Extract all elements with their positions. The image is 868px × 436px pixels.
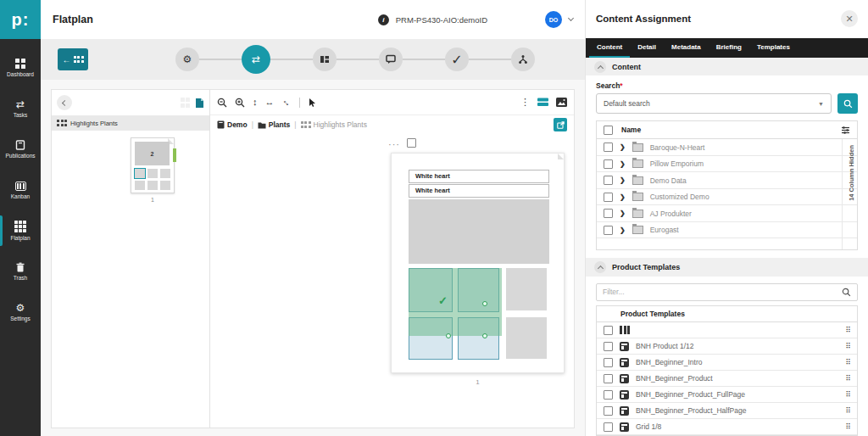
back-to-overview-button[interactable]: ← bbox=[58, 48, 88, 70]
content-row-pillow-emporium[interactable]: ❯ Pillow Emporium bbox=[597, 156, 857, 173]
tab-content[interactable]: Content bbox=[589, 38, 630, 58]
breadcrumb-folder[interactable]: Plants bbox=[258, 120, 291, 129]
row-checkbox[interactable] bbox=[604, 390, 613, 400]
expand-icon[interactable]: ❯ bbox=[620, 226, 626, 234]
row-checkbox[interactable] bbox=[604, 422, 613, 432]
image-slot[interactable] bbox=[506, 317, 547, 359]
row-checkbox[interactable] bbox=[604, 342, 613, 351]
avatar[interactable]: DO bbox=[545, 11, 562, 28]
content-row-aj-produkter[interactable]: ❯ AJ Produkter bbox=[597, 205, 857, 222]
hero-image-slot[interactable] bbox=[409, 199, 549, 264]
content-row-demo-data[interactable]: ❯ Demo Data bbox=[597, 172, 857, 189]
content-section-header[interactable]: Content bbox=[586, 58, 868, 75]
more-options-icon[interactable]: ⋮ bbox=[520, 98, 530, 107]
drag-handle[interactable]: ⠿ bbox=[845, 374, 850, 383]
sidebar-item-kanban[interactable]: Kanban bbox=[0, 170, 41, 210]
tab-detail[interactable]: Detail bbox=[630, 38, 664, 58]
sidebar-item-tasks[interactable]: ⇄ Tasks bbox=[0, 88, 41, 129]
zoom-out-icon[interactable] bbox=[217, 98, 227, 108]
row-checkbox[interactable] bbox=[604, 406, 613, 416]
template-filter-input[interactable] bbox=[603, 288, 842, 296]
layers-view-icon[interactable] bbox=[537, 98, 548, 107]
sidebar-item-trash[interactable]: Trash bbox=[0, 251, 41, 292]
fit-height-icon[interactable]: ↕ bbox=[253, 98, 258, 107]
resize-handle[interactable] bbox=[446, 333, 451, 338]
template-row-bnh-beginner-intro[interactable]: BNH_Beginner_Intro ⠿ bbox=[597, 355, 857, 371]
cursor-tool-icon[interactable] bbox=[308, 98, 317, 108]
row-checkbox[interactable] bbox=[604, 159, 613, 169]
sidebar-item-flatplan[interactable]: Flatplan bbox=[0, 210, 41, 251]
drag-handle[interactable]: ⠿ bbox=[845, 358, 850, 366]
content-row-eurogast[interactable]: ❯ Eurogast bbox=[597, 222, 857, 239]
grid-view-icon[interactable] bbox=[181, 98, 191, 108]
step-content-assignment[interactable]: ⇄ bbox=[242, 45, 270, 74]
row-checkbox[interactable] bbox=[604, 326, 613, 335]
step-settings[interactable]: ⚙ bbox=[175, 48, 199, 71]
tab-templates[interactable]: Templates bbox=[749, 38, 798, 58]
breadcrumb-page[interactable]: Highlights Plants bbox=[301, 120, 367, 129]
row-checkbox[interactable] bbox=[604, 209, 613, 218]
page-select-checkbox[interactable] bbox=[407, 138, 416, 148]
expand-icon[interactable]: ❯ bbox=[620, 193, 626, 201]
template-filter-field[interactable] bbox=[596, 283, 858, 301]
thumbnail-list-item[interactable]: Highlights Plants bbox=[52, 115, 209, 131]
expand-icon[interactable]: ❯ bbox=[620, 160, 626, 168]
row-checkbox[interactable] bbox=[604, 374, 613, 383]
template-row-bnh-beginner-product-fullpage[interactable]: BNH_Beginner_Product_FullPage ⠿ bbox=[597, 387, 857, 403]
drag-handle[interactable]: ⠿ bbox=[845, 406, 850, 415]
collapse-section-button[interactable] bbox=[594, 61, 606, 73]
image-view-icon[interactable] bbox=[556, 98, 567, 107]
product-slot-title[interactable]: White heart bbox=[409, 184, 549, 198]
templates-section-header[interactable]: Product Templates bbox=[586, 258, 868, 276]
fit-diagonal-icon[interactable]: ↔ bbox=[280, 96, 293, 109]
page-options-menu[interactable]: ··· bbox=[388, 139, 400, 149]
drag-handle[interactable]: ⠿ bbox=[845, 422, 850, 431]
content-row-customized-demo[interactable]: ❯ Customized Demo bbox=[597, 189, 857, 206]
expand-icon[interactable]: ❯ bbox=[620, 143, 626, 151]
step-export[interactable] bbox=[511, 48, 535, 71]
row-checkbox[interactable] bbox=[604, 143, 613, 152]
template-row-bnh-product-1-12[interactable]: BNH Product 1/12 ⠿ bbox=[597, 338, 857, 355]
content-row-baroque-n-heart[interactable]: ❯ Baroque-N-Heart bbox=[597, 139, 857, 156]
column-filter-icon[interactable] bbox=[841, 126, 850, 135]
page-thumbnail[interactable]: 2 bbox=[131, 137, 175, 193]
resize-handle[interactable] bbox=[482, 333, 487, 338]
drag-handle[interactable]: ⠿ bbox=[845, 390, 850, 399]
sidebar-item-settings[interactable]: ⚙ Settings bbox=[0, 292, 41, 333]
open-page-button[interactable] bbox=[554, 118, 567, 131]
row-checkbox[interactable] bbox=[604, 193, 613, 202]
tab-metadata[interactable]: Metadata bbox=[664, 38, 709, 58]
search-preset-select[interactable]: Default search ▼ bbox=[596, 93, 832, 114]
drag-handle[interactable]: ⠿ bbox=[845, 342, 850, 350]
page-view-icon[interactable] bbox=[195, 98, 204, 109]
template-row-group[interactable]: ⠿ bbox=[597, 322, 857, 338]
step-approval[interactable]: ✓ bbox=[445, 48, 469, 71]
image-slot[interactable] bbox=[506, 268, 547, 310]
expand-icon[interactable]: ❯ bbox=[620, 210, 626, 217]
drag-handle[interactable]: ⠿ bbox=[845, 326, 850, 334]
flatplan-page[interactable]: White heart White heart ✓ bbox=[391, 153, 565, 373]
close-icon[interactable]: ✕ bbox=[841, 10, 858, 27]
template-row-bnh-beginner-product-halfpage[interactable]: BNH_Beginner_Product_HalfPage ⠿ bbox=[597, 403, 857, 419]
row-checkbox[interactable] bbox=[604, 226, 613, 235]
sidebar-item-publications[interactable]: Publications bbox=[0, 129, 41, 170]
collapse-section-button[interactable] bbox=[594, 261, 606, 273]
fit-width-icon[interactable]: ↔ bbox=[265, 98, 275, 107]
info-icon[interactable]: i bbox=[378, 14, 389, 25]
resize-handle[interactable] bbox=[482, 301, 487, 306]
template-row-grid-1-8[interactable]: Grid 1/8 ⠿ bbox=[597, 419, 857, 435]
step-comments[interactable] bbox=[379, 48, 403, 71]
expand-icon[interactable]: ❯ bbox=[620, 176, 626, 184]
zoom-in-icon[interactable] bbox=[235, 98, 245, 108]
app-logo[interactable]: p: bbox=[0, 0, 41, 39]
search-button[interactable] bbox=[837, 93, 858, 114]
template-row-bnh-beginner-product[interactable]: BNH_Beginner_Product ⠿ bbox=[597, 371, 857, 387]
step-layout[interactable] bbox=[313, 48, 337, 71]
sidebar-item-dashboard[interactable]: Dashboard bbox=[0, 48, 41, 88]
row-checkbox[interactable] bbox=[604, 358, 613, 367]
tab-briefing[interactable]: Briefing bbox=[709, 38, 749, 58]
row-checkbox[interactable] bbox=[604, 176, 613, 185]
chevron-down-icon[interactable] bbox=[568, 15, 574, 21]
product-slot-title[interactable]: White heart bbox=[409, 170, 549, 183]
breadcrumb-publication[interactable]: Demo bbox=[217, 120, 248, 129]
